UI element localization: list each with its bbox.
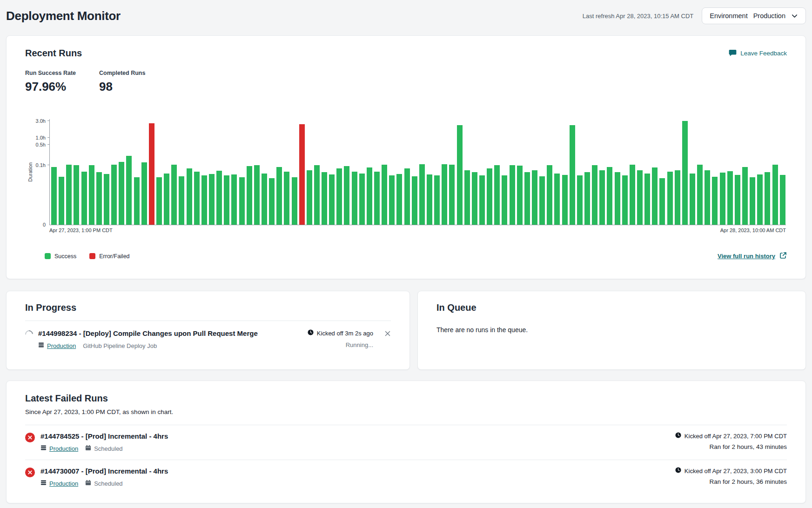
chart-bar[interactable] <box>690 174 695 225</box>
chart-bar[interactable] <box>329 174 335 225</box>
chart-bar[interactable] <box>171 165 177 225</box>
chart-bar[interactable] <box>134 177 140 225</box>
chart-bar[interactable] <box>464 170 470 225</box>
chart-bar[interactable] <box>299 124 305 225</box>
chart-bar[interactable] <box>179 176 184 225</box>
chart-bar[interactable] <box>254 165 260 225</box>
chart-bar[interactable] <box>772 165 778 225</box>
chart-bar[interactable] <box>510 165 515 225</box>
chart-bar[interactable] <box>607 167 612 225</box>
chart-bar[interactable] <box>449 165 455 225</box>
chart-bar[interactable] <box>562 175 568 225</box>
chart-bar[interactable] <box>434 175 440 225</box>
chart-bar[interactable] <box>352 172 357 225</box>
chart-bar[interactable] <box>750 177 755 225</box>
chart-bar[interactable] <box>396 174 402 225</box>
chart-bar[interactable] <box>367 167 372 225</box>
chart-bar[interactable] <box>187 168 192 225</box>
chart-bar[interactable] <box>765 172 770 225</box>
chart-bar[interactable] <box>667 172 673 225</box>
chart-bar[interactable] <box>404 168 410 225</box>
chart-bar[interactable] <box>239 177 245 225</box>
chart-bar[interactable] <box>336 168 342 225</box>
chart-bar[interactable] <box>194 172 200 225</box>
chart-bar[interactable] <box>389 175 395 225</box>
chart-bar[interactable] <box>570 125 575 225</box>
chart-bar[interactable] <box>141 162 147 225</box>
chart-bar[interactable] <box>382 165 387 225</box>
chart-bar[interactable] <box>532 170 537 225</box>
chart-bar[interactable] <box>622 175 628 225</box>
chart-bar[interactable] <box>735 175 740 225</box>
chart-bar[interactable] <box>216 171 222 225</box>
chart-bar[interactable] <box>637 170 643 225</box>
chart-bar[interactable] <box>577 175 583 225</box>
chart-bar[interactable] <box>524 172 530 225</box>
chart-bar[interactable] <box>292 177 297 225</box>
close-icon[interactable] <box>384 330 391 339</box>
chart-bar[interactable] <box>149 123 154 225</box>
chart-bar[interactable] <box>615 172 620 225</box>
chart-bar[interactable] <box>659 178 665 225</box>
chart-bar[interactable] <box>547 165 552 225</box>
chart-bar[interactable] <box>742 167 748 225</box>
chart-bar[interactable] <box>247 166 252 225</box>
chart-bar[interactable] <box>442 164 447 225</box>
chart-bar[interactable] <box>231 174 237 225</box>
chart-bar[interactable] <box>81 172 87 225</box>
chart-bar[interactable] <box>156 177 162 225</box>
chart-bar[interactable] <box>705 170 710 225</box>
chart-bar[interactable] <box>457 125 463 225</box>
chart-bar[interactable] <box>554 174 560 225</box>
chart-bar[interactable] <box>427 174 432 225</box>
chart-bar[interactable] <box>374 172 380 225</box>
chart-bar[interactable] <box>89 165 94 225</box>
chart-bar[interactable] <box>209 174 215 225</box>
chart-bar[interactable] <box>307 170 312 225</box>
chart-bar[interactable] <box>51 167 57 225</box>
chart-bar[interactable] <box>682 121 688 225</box>
chart-bar[interactable] <box>126 156 132 225</box>
chart-bar[interactable] <box>479 175 485 225</box>
environment-link[interactable]: Production <box>40 480 78 487</box>
view-full-run-history-link[interactable]: View full run history <box>718 252 787 261</box>
chart-bar[interactable] <box>284 172 289 225</box>
chart-bar[interactable] <box>276 167 282 225</box>
chart-bar[interactable] <box>502 175 507 225</box>
chart-bar[interactable] <box>494 165 500 225</box>
chart-bar[interactable] <box>164 174 169 225</box>
chart-bar[interactable] <box>262 174 267 225</box>
chart-bar[interactable] <box>104 174 109 225</box>
chart-bar[interactable] <box>727 171 733 225</box>
chart-bar[interactable] <box>359 174 365 225</box>
chart-bar[interactable] <box>269 178 275 225</box>
chart-bar[interactable] <box>630 165 635 225</box>
chart-bar[interactable] <box>517 166 523 225</box>
chart-bar[interactable] <box>644 174 650 225</box>
chart-bar[interactable] <box>487 168 492 225</box>
chart-bar[interactable] <box>757 174 763 225</box>
chart-bar[interactable] <box>314 165 320 225</box>
chart-bar[interactable] <box>599 170 605 225</box>
chart-bar[interactable] <box>652 167 658 225</box>
chart-bar[interactable] <box>712 177 718 225</box>
chart-bar[interactable] <box>322 172 327 225</box>
chart-bar[interactable] <box>592 165 597 225</box>
chart-bar[interactable] <box>59 177 64 225</box>
chart-bar[interactable] <box>720 173 725 225</box>
chart-bar[interactable] <box>419 164 425 225</box>
environment-link[interactable]: Production <box>40 445 78 452</box>
chart-bar[interactable] <box>201 175 207 225</box>
environment-dropdown[interactable]: Environment Production <box>702 7 806 24</box>
chart-bar[interactable] <box>539 176 545 225</box>
chart-bar[interactable] <box>472 172 477 225</box>
chart-bar[interactable] <box>224 175 229 225</box>
chart-bar[interactable] <box>66 165 72 225</box>
chart-bar[interactable] <box>584 172 590 225</box>
chart-bar[interactable] <box>675 170 680 225</box>
chart-bar[interactable] <box>780 175 785 225</box>
leave-feedback-link[interactable]: Leave Feedback <box>729 49 787 58</box>
chart-bar[interactable] <box>111 165 117 225</box>
chart-bar[interactable] <box>96 172 102 225</box>
chart-bar[interactable] <box>344 166 349 225</box>
